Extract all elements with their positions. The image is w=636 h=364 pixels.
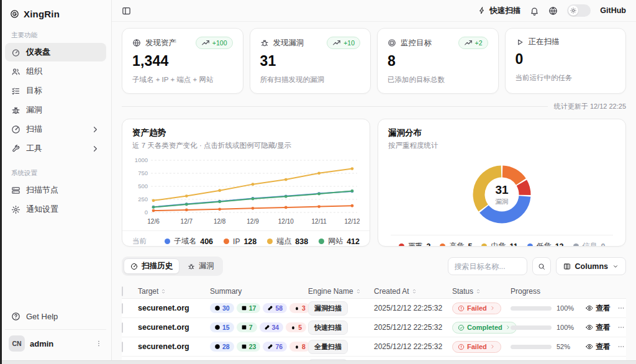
vuln-count-badge: 3 (289, 303, 310, 313)
theme-toggle[interactable] (567, 4, 591, 17)
svg-text:12/12: 12/12 (344, 218, 360, 225)
tab-vulnerabilities[interactable]: 漏洞 (181, 258, 221, 274)
target-cell[interactable]: securenet.org (138, 304, 210, 312)
legend-dot (399, 243, 404, 247)
column-header-target[interactable]: Target (138, 287, 210, 296)
status-badge[interactable]: Completed (452, 322, 517, 334)
progress-cell: 100% (511, 324, 580, 331)
eye-icon (586, 324, 593, 331)
endpoint-count-badge: 76 (263, 342, 287, 352)
row-checkbox[interactable] (122, 322, 123, 333)
row-menu-button[interactable] (617, 324, 625, 331)
sidebar-item-organization[interactable]: 组织 (5, 62, 106, 81)
sort-icon (475, 288, 481, 294)
stat-card-targets: 监控目标 +2 8 已添加的目标总数 (377, 28, 499, 94)
github-link[interactable]: GitHub (600, 6, 626, 15)
sidebar-item-vulnerabilities[interactable]: 漏洞 (5, 101, 106, 119)
sidebar-item-tools[interactable]: 工具 (5, 139, 106, 158)
radar-icon (130, 263, 138, 270)
view-button[interactable]: 查看 (586, 342, 611, 352)
row-checkbox[interactable] (122, 303, 123, 314)
trend-badge: +100 (196, 37, 233, 49)
columns-button[interactable]: Columns (556, 257, 626, 275)
sidebar-section-settings: 系统设置 (5, 169, 106, 178)
legend-item-low[interactable]: 低危 12 (527, 241, 564, 247)
column-header-engine[interactable]: Engine Name (308, 287, 374, 296)
search-button[interactable] (532, 257, 551, 275)
engine-badge: 快速扫描 (308, 321, 348, 335)
select-all-checkbox[interactable] (122, 286, 123, 296)
status-badge[interactable]: Failed (452, 303, 501, 314)
legend-item-info[interactable]: 信息 0 (573, 241, 606, 247)
column-header-status[interactable]: Status (452, 287, 511, 296)
row-menu-button[interactable] (617, 304, 625, 312)
donut-chart[interactable]: 31 漏洞 (461, 154, 542, 235)
table-row[interactable]: securenet.org 15 7 34 5 快速扫描 2025/12/12 … (122, 318, 626, 337)
window-left-edge (0, 0, 2, 364)
search-input[interactable] (448, 257, 527, 275)
legend-item-high[interactable]: 高危 5 (440, 241, 472, 247)
tab-scan-history[interactable]: 扫描历史 (124, 258, 179, 274)
row-actions: 查看 (580, 322, 626, 333)
stat-title: 发现资产 (145, 38, 176, 48)
stat-value: 1,344 (132, 53, 233, 70)
sidebar-toggle-button[interactable] (122, 6, 131, 16)
sidebar-item-scan[interactable]: 扫描 (5, 120, 106, 139)
status-badge[interactable]: Failed (452, 341, 501, 353)
sidebar-item-notifications[interactable]: 通知设置 (5, 200, 106, 219)
target-cell[interactable]: securenet.org (138, 323, 210, 332)
sidebar-item-targets[interactable]: 目标 (5, 81, 106, 100)
svg-text:1000: 1000 (135, 157, 148, 163)
logo-icon (10, 9, 19, 19)
row-menu-button[interactable] (617, 343, 625, 350)
table-row[interactable]: securenet.org 28 23 76 8 全量扫描 2025/12/12… (122, 337, 626, 357)
check-circle-icon (458, 324, 465, 331)
quick-scan-button[interactable]: 快速扫描 (478, 6, 520, 16)
legend-item-ip[interactable]: IP 128 (224, 237, 257, 246)
target-cell[interactable]: securenet.org (138, 342, 210, 351)
svg-text:12/6: 12/6 (147, 218, 160, 225)
app-logo[interactable]: XingRin (5, 6, 106, 20)
columns-icon (563, 263, 571, 270)
stat-title: 监控目标 (401, 38, 432, 48)
vuln-count-badge: 8 (289, 342, 310, 352)
legend-item-critical[interactable]: 严重 3 (399, 241, 431, 247)
server-icon (11, 186, 20, 195)
get-help-label: Get Help (26, 312, 58, 321)
bug-icon (294, 305, 300, 311)
column-header-created[interactable]: Created At (374, 287, 452, 296)
row-checkbox[interactable] (122, 342, 123, 352)
sidebar-item-dashboard[interactable]: 仪表盘 (5, 43, 106, 61)
sort-icon (411, 288, 417, 294)
user-menu[interactable]: CN admin (5, 329, 106, 359)
svg-text:12/7: 12/7 (181, 218, 193, 225)
legend-item-medium[interactable]: 中危 11 (481, 241, 517, 247)
legend-item-websites[interactable]: 网站 412 (319, 236, 360, 247)
progress-bar (511, 306, 552, 311)
window-bottom-strip (0, 360, 636, 364)
view-button[interactable]: 查看 (586, 322, 611, 333)
wrench-icon (11, 144, 20, 153)
stat-title: 发现漏洞 (273, 38, 304, 48)
row-actions: 查看 (580, 342, 626, 352)
endpoint-count-badge: 34 (260, 322, 284, 332)
language-button[interactable] (548, 6, 558, 16)
table-row[interactable]: securenet.org 30 17 58 3 漏洞扫描 2025/12/12… (122, 299, 626, 318)
legend-dot (573, 243, 579, 247)
legend-item-endpoints[interactable]: 端点 838 (267, 236, 308, 247)
bug-icon (188, 263, 195, 270)
progress-percent: 52% (556, 343, 570, 350)
view-button[interactable]: 查看 (586, 303, 611, 314)
charts-row: 资产趋势 近 7 天各类资产变化 · 点击折线或图例可隐藏/显示 0250500… (122, 119, 626, 247)
get-help-button[interactable]: Get Help (5, 307, 106, 325)
bug-icon (294, 344, 300, 350)
sidebar-item-label: 工具 (26, 143, 42, 154)
svg-text:12/10: 12/10 (278, 218, 294, 225)
line-chart[interactable]: 0250500750100012/612/712/812/912/1012/11… (122, 150, 370, 230)
notifications-button[interactable] (530, 6, 539, 16)
stat-value: 31 (260, 53, 361, 70)
created-at-cell: 2025/12/12 22:25:32 (374, 304, 452, 312)
sidebar-item-scan-nodes[interactable]: 扫描节点 (5, 181, 106, 199)
gauge-icon (11, 48, 20, 57)
legend-item-subdomains[interactable]: 子域名 406 (165, 236, 213, 247)
